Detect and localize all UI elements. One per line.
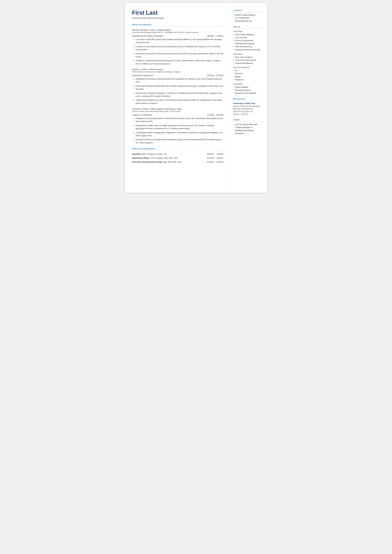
prev-job-3-dates: 07/2014 – 12/2015	[201, 160, 224, 164]
tools-list: 5S MS Visio Kaizen Minitab 16	[233, 69, 263, 81]
education-title: EDUCATION	[233, 98, 263, 101]
job-3-row: Logistics Coordinator 12/2018 – 09/2019	[132, 114, 224, 116]
work-experience-title: WORK EXPERIENCE	[132, 24, 224, 27]
job-2: Polyhire, London, United Kingdom NYSE-li…	[132, 68, 224, 105]
bullet-item: Assisted the operations manager in creat…	[133, 92, 224, 98]
bullet-item: Launched a new ERP system that boosted o…	[133, 38, 224, 44]
resume: First Last Operational Excellence Manage…	[125, 3, 267, 193]
company-2-location: London, United Kingdom	[140, 68, 163, 70]
tool-item: MS Visio	[233, 72, 263, 75]
company-2: Polyhire, London, United Kingdom	[132, 68, 224, 70]
edu-field: Operations Management	[233, 108, 263, 110]
edu-location: New York City, New York	[233, 110, 263, 113]
other-title: OTHER	[233, 119, 263, 122]
skill-item: Value Stream Mapping	[233, 33, 263, 36]
prev-job-2-rest: XYZ Company, New York, USA	[150, 157, 178, 159]
contact-list: Norfolk, United Kingdom +44 1234567890 f…	[233, 14, 263, 23]
job-1-dates: 08/2021 – Present	[207, 35, 223, 37]
prev-job-3-info: Executive Assistant (Internship), ABC, N…	[132, 160, 201, 164]
other-list: Lean Six Sigma Black Belt Certified Mana…	[233, 123, 263, 135]
skills-section: SKILLS Hard Skills: Value Stream Mapping…	[233, 26, 263, 95]
skill-item: Operational Excellence	[233, 42, 263, 45]
previous-experience-section: PREVIOUS EXPERIENCE Expeditor, ABC Compa…	[132, 148, 224, 164]
prev-job-3-rest: ABC, New York, USA	[163, 161, 182, 163]
prev-job-2-info: Operations Officer, XYZ Company, New Yor…	[132, 156, 201, 160]
bullet-item: Decreased cycle times on key business pr…	[133, 52, 224, 58]
job-1: Resume Worded, London, United Kingdom Ed…	[132, 29, 224, 65]
contact-title: CONTACT	[233, 9, 263, 12]
job-2-dates: 10/2019 – 07/2021	[207, 74, 223, 77]
bullet-item: Overhauled Polyhire staff benefits and a…	[133, 85, 224, 91]
other-item: Lean Six Sigma Black Belt	[233, 123, 263, 126]
prev-job-1-info: Expeditor, ABC Company, London, UK	[132, 152, 201, 156]
tools-label: Tools and Software:	[233, 66, 263, 69]
left-column: First Last Operational Excellence Manage…	[125, 3, 229, 193]
language-item: English (Native)	[233, 86, 263, 89]
previous-jobs-table: Expeditor, ABC Company, London, UK 06/20…	[132, 152, 224, 164]
prev-job-1-title: Expeditor,	[132, 153, 142, 155]
company-1-location: London, United Kingdom	[148, 29, 171, 31]
company-3: Growthsi, London, United Kingdom & Barce…	[132, 108, 224, 110]
prev-job-1-dates: 06/2017 – 11/2018	[201, 152, 224, 156]
technique-item: Change Management	[233, 62, 263, 65]
technique-item: Continuous Improvement	[233, 59, 263, 62]
company-1-desc: Education technology startup with 50+ em…	[132, 31, 224, 34]
prev-job-2-dates: 01/2016 – 10/2017	[201, 156, 224, 160]
company-1-name: Resume Worded,	[132, 29, 148, 31]
prev-job-2-title: Operations Officer,	[132, 157, 150, 159]
bullet-item: Initiated a comprehensive training progr…	[133, 59, 224, 65]
company-3-name: Growthsi,	[132, 108, 141, 110]
company-3-location: London, United Kingdom & Barcelona, Spai…	[141, 108, 182, 110]
prev-job-3: Executive Assistant (Internship), ABC, N…	[132, 160, 224, 164]
techniques-list: Root Cause Analysis Continuous Improveme…	[233, 56, 263, 65]
other-item: Certified Manager of Quality/Organizatio…	[233, 126, 263, 135]
bullet-item: Coordinated vendor management, negotiati…	[133, 131, 224, 137]
prev-job-1-rest: ABC Company, London, UK	[142, 153, 167, 155]
bullet-item: Designed an automated system to track in…	[133, 117, 224, 123]
prev-job-1: Expeditor, ABC Company, London, UK 06/20…	[132, 152, 224, 156]
other-section: OTHER Lean Six Sigma Black Belt Certifie…	[233, 119, 263, 135]
tool-item: Kaizen	[233, 75, 263, 78]
hard-skills-label: Hard Skills:	[233, 30, 263, 33]
candidate-name: First Last	[132, 9, 224, 16]
language-item: Romanian (Native)	[233, 89, 263, 92]
language-item: Spanish (Conversational)	[233, 92, 263, 95]
company-3-desc: Career training and membership SaaS with…	[132, 110, 224, 112]
tool-item: Minitab 16	[233, 78, 263, 81]
job-3: Growthsi, London, United Kingdom & Barce…	[132, 108, 224, 144]
hard-skills-list: Value Stream Mapping Lean Thinking Proce…	[233, 33, 263, 51]
right-column: CONTACT Norfolk, United Kingdom +44 1234…	[229, 3, 267, 193]
prev-job-3-title: Executive Assistant (Internship),	[132, 161, 163, 163]
job-3-dates: 12/2018 – 09/2019	[207, 114, 223, 116]
skill-item: Process Improvement	[233, 39, 263, 42]
contact-phone: +44 1234567890	[233, 17, 263, 20]
skill-item: Lean Manufacturing	[233, 45, 263, 48]
company-1: Resume Worded, London, United Kingdom	[132, 29, 224, 31]
bullet-item: Implemented solutions that led to 74% bu…	[133, 99, 224, 105]
candidate-title: Operational Excellence Manager	[132, 17, 224, 19]
work-experience-section: WORK EXPERIENCE Resume Worded, London, U…	[132, 24, 224, 144]
languages-list: English (Native) Romanian (Native) Spani…	[233, 86, 263, 95]
contact-location: Norfolk, United Kingdom	[233, 14, 263, 17]
skills-title: SKILLS	[233, 26, 263, 29]
edu-school-name: University of New York	[233, 102, 263, 105]
contact-section: CONTACT Norfolk, United Kingdom +44 1234…	[233, 9, 263, 23]
job-1-row: Operational Excellence Manager 08/2021 –…	[132, 35, 224, 37]
skill-item: Lean Thinking	[233, 36, 263, 39]
skill-item: Enterprise Resource Planning	[233, 48, 263, 51]
job-3-title: Logistics Coordinator	[132, 114, 152, 116]
prev-job-2: Operations Officer, XYZ Company, New Yor…	[132, 156, 224, 160]
job-2-title: Operations Supervisor	[132, 74, 153, 77]
contact-email: first.last@gmail.com	[233, 20, 263, 23]
job-2-row: Operations Supervisor 10/2019 – 07/2021	[132, 74, 224, 77]
company-2-desc: NYSE-listed recruitment and employer bra…	[132, 71, 224, 73]
technique-item: Root Cause Analysis	[233, 56, 263, 59]
languages-label: Languages:	[233, 83, 263, 85]
job-1-title: Operational Excellence Manager	[132, 35, 163, 37]
education-section: EDUCATION University of New York Master …	[233, 98, 263, 116]
techniques-label: Techniques:	[233, 53, 263, 55]
bullet-item: Designed an innovative operational plan …	[133, 77, 224, 84]
tool-item: 5S	[233, 69, 263, 72]
company-2-name: Polyhire,	[132, 68, 140, 70]
job-1-bullets: Launched a new ERP system that boosted o…	[132, 38, 224, 65]
